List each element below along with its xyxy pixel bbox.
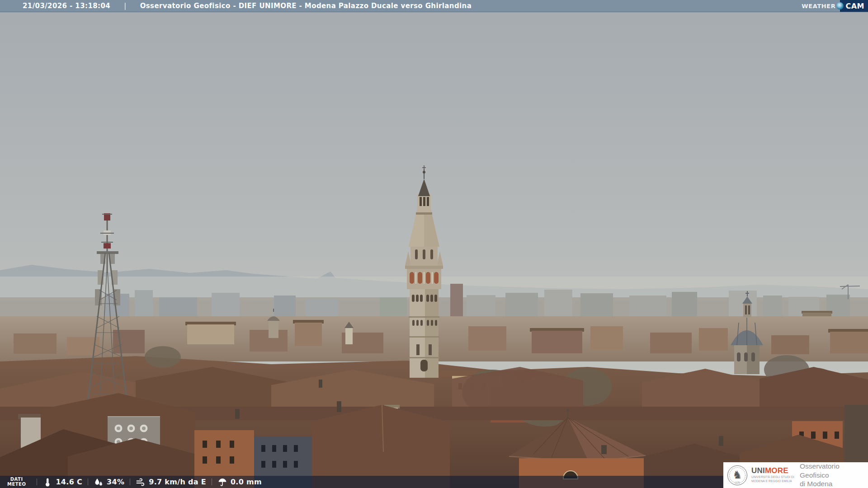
unimore-crest-icon: ♞ 1175 <box>727 465 748 486</box>
timestamp: 21/03/2026 - 13:18:04 <box>23 2 110 10</box>
weather-label-line2: METEO <box>7 482 26 487</box>
humidity-icon <box>94 477 104 487</box>
divider <box>130 479 130 485</box>
unimore-wordmark: UNIMORE UNIVERSITÀ DEGLI STUDI DI MODENA… <box>751 467 794 483</box>
divider <box>88 479 88 485</box>
divider <box>37 479 37 485</box>
crest-year: 1175 <box>735 481 740 484</box>
top-info-bar: 21/03/2026 - 13:18:04 | Osservatorio Geo… <box>0 0 868 12</box>
webcam-photo <box>0 0 868 488</box>
weathercam-cam-badge: CAM <box>840 0 868 12</box>
unimore-name-uni: UNI <box>751 466 765 475</box>
temperature-value: 14.6 C <box>56 478 82 486</box>
unimore-brand-box: ♞ 1175 UNIMORE UNIVERSITÀ DEGLI STUDI DI… <box>723 462 868 488</box>
crest-knight-glyph: ♞ <box>732 469 742 481</box>
weathercam-logo: WEATHER CAM <box>802 0 868 12</box>
camera-lens-icon <box>836 2 844 9</box>
observatory-name: Osservatorio Geofisico di Modena <box>800 462 864 488</box>
observatory-name-line1: Osservatorio Geofisico <box>800 462 864 479</box>
humidity-group: 34% <box>94 477 124 487</box>
unimore-subtitle-line1: UNIVERSITÀ DEGLI STUDI DI <box>751 475 794 479</box>
unimore-name-more: MORE <box>765 466 788 475</box>
webcam-frame: 21/03/2026 - 13:18:04 | Osservatorio Geo… <box>0 0 868 488</box>
temperature-group: 14.6 C <box>42 477 82 487</box>
header-separator: | <box>124 2 126 10</box>
unimore-subtitle: UNIVERSITÀ DEGLI STUDI DI MODENA E REGGI… <box>751 475 794 483</box>
wind-group: 9.7 km/h da E <box>136 477 206 487</box>
weather-label-line1: DATI <box>10 477 23 482</box>
weathercam-cam-text: CAM <box>845 2 864 10</box>
wind-value: 9.7 km/h da E <box>149 478 206 486</box>
divider <box>212 479 212 485</box>
precipitation-value: 0.0 mm <box>231 478 262 486</box>
umbrella-icon <box>217 477 227 487</box>
unimore-subtitle-line2: MODENA E REGGIO EMILIA <box>751 479 794 483</box>
weathercam-weather-text: WEATHER <box>802 3 835 9</box>
precipitation-group: 0.0 mm <box>217 477 262 487</box>
wind-icon <box>136 477 146 487</box>
observatory-name-line2: di Modena <box>800 479 864 488</box>
camera-title: Osservatorio Geofisico - DIEF UNIMORE - … <box>140 2 472 10</box>
weather-data-label: DATI METEO <box>7 477 26 487</box>
humidity-value: 34% <box>107 478 124 486</box>
thermometer-icon <box>42 477 52 487</box>
unimore-name: UNIMORE <box>751 467 794 474</box>
